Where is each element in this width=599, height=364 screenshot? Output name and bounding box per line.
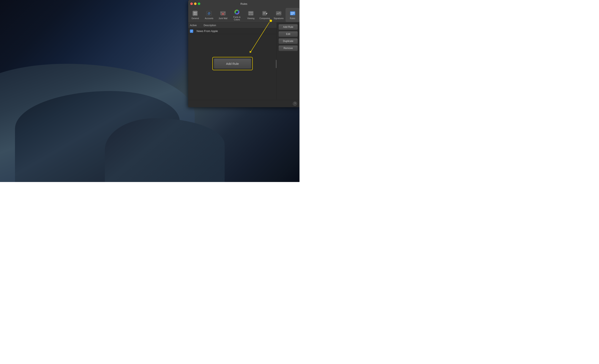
svg-rect-3 [194, 14, 195, 15]
toolbar: General @ Accounts Junk Mai [188, 8, 300, 22]
minimize-button[interactable] [194, 2, 196, 5]
toolbar-item-signatures[interactable]: Signatures [272, 8, 286, 22]
titlebar: Rules [188, 0, 300, 8]
svg-rect-4 [195, 14, 196, 15]
bottom-bar: ? [188, 100, 300, 107]
list-header: Active Description [188, 22, 277, 28]
duplicate-button[interactable]: Duplicate [279, 38, 298, 44]
main-content: Active Description ✓ News From Apple Add [188, 22, 300, 100]
checkmark-icon: ✓ [191, 30, 193, 32]
center-add-rule-button[interactable]: Add Rule [214, 58, 251, 69]
row-checkbox[interactable]: ✓ [190, 29, 193, 33]
side-buttons: Add Rule Edit Duplicate Remove [277, 22, 300, 100]
close-button[interactable] [190, 2, 193, 5]
svg-rect-15 [249, 14, 251, 15]
list-body: ✓ News From Apple Add Rule [188, 28, 277, 100]
junk-mail-icon [220, 10, 226, 17]
window-title: Rules [240, 2, 247, 5]
toolbar-item-fonts-colors[interactable]: Fonts & Colors [230, 8, 244, 22]
toolbar-item-general[interactable]: General [188, 8, 202, 22]
toolbar-item-composing[interactable]: Composing [258, 8, 272, 22]
svg-rect-17 [263, 11, 266, 15]
resize-handle[interactable] [276, 60, 277, 68]
traffic-lights [190, 2, 200, 5]
help-button[interactable]: ? [293, 102, 297, 106]
rules-label: Rules [290, 17, 295, 20]
edit-button[interactable]: Edit [279, 31, 298, 37]
junk-mail-label: Junk Mail [219, 17, 227, 20]
row-description: News From Apple [196, 29, 218, 33]
svg-rect-14 [249, 12, 253, 13]
svg-rect-7 [220, 11, 225, 15]
mail-preferences-window: Rules General @ [188, 0, 300, 107]
svg-rect-2 [195, 12, 196, 13]
signatures-label: Signatures [274, 17, 284, 20]
dune-3 [105, 118, 225, 182]
toolbar-item-accounts[interactable]: @ Accounts [202, 8, 216, 22]
fonts-colors-icon [234, 9, 240, 15]
toolbar-item-junk-mail[interactable]: Junk Mail [216, 8, 230, 22]
signatures-icon [275, 10, 282, 17]
svg-rect-16 [251, 14, 253, 15]
svg-text:@: @ [208, 12, 211, 15]
header-active: Active [190, 24, 200, 27]
svg-point-12 [236, 11, 238, 13]
accounts-icon: @ [206, 10, 212, 17]
composing-icon [261, 10, 268, 17]
remove-button[interactable]: Remove [279, 45, 298, 51]
viewing-icon [247, 10, 254, 17]
composing-label: Composing [260, 17, 270, 20]
fonts-colors-label: Fonts & Colors [231, 16, 243, 21]
general-icon [192, 10, 198, 17]
maximize-button[interactable] [198, 2, 200, 5]
highlight-box: Add Rule [212, 57, 253, 70]
toolbar-item-rules[interactable]: Rules [286, 8, 300, 22]
rules-list: Active Description ✓ News From Apple Add [188, 22, 277, 100]
add-rule-button[interactable]: Add Rule [279, 24, 298, 30]
viewing-label: Viewing [247, 17, 255, 20]
svg-rect-0 [193, 11, 197, 16]
toolbar-item-viewing[interactable]: Viewing [244, 8, 258, 22]
general-label: General [192, 17, 199, 20]
table-row[interactable]: ✓ News From Apple [188, 28, 277, 34]
header-description: Description [204, 24, 216, 27]
svg-rect-1 [194, 12, 195, 13]
rules-icon [289, 10, 296, 17]
accounts-label: Accounts [205, 17, 213, 20]
